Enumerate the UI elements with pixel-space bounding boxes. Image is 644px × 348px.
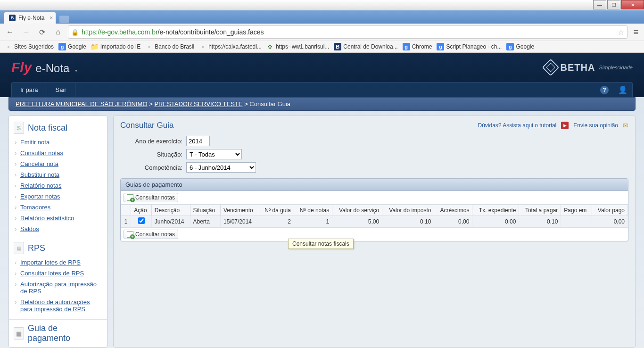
sidebar-link[interactable]: Cancelar nota [20, 160, 58, 167]
help-icon[interactable]: ? [595, 83, 613, 97]
rps-icon: ▤ [14, 242, 24, 254]
table-header: Tx. expediente [472, 205, 519, 216]
bookmark-item[interactable]: BCentral de Downloa... [334, 43, 397, 50]
guia-icon: ▦ [14, 327, 24, 340]
sidebar-link[interactable]: Importar lotes de RPS [20, 259, 81, 266]
brand-enota: e-Nota [35, 62, 69, 75]
menu-sair[interactable]: Sair [47, 83, 75, 97]
consultar-notas-icon [127, 194, 133, 201]
bookmark-item[interactable]: ▫Sites Sugeridos [5, 43, 54, 50]
send-opinion-link[interactable]: Envie sua opinião [573, 122, 618, 129]
breadcrumb: PREFEITURA MUNICIPAL DE SÃO JERÔNIMO > P… [8, 97, 636, 111]
tab-strip: B Fly e-Nota × [0, 10, 644, 24]
sidebar-link[interactable]: Relatório notas [20, 182, 61, 189]
home-button[interactable]: ⌂ [52, 26, 64, 38]
chrome-menu-icon[interactable]: ≡ [631, 27, 640, 37]
select-situacao[interactable]: T - Todas [186, 149, 242, 159]
tab-favicon: B [9, 15, 16, 21]
breadcrumb-link-prestador[interactable]: PRESTADOR SERVICO TESTE [154, 100, 242, 108]
sidebar-link[interactable]: Substituir nota [20, 171, 59, 178]
sidebar-item-rps[interactable]: Consultar lotes de RPS [9, 268, 107, 279]
brand-caret-icon[interactable]: ▾ [75, 68, 77, 73]
consultar-notas-button-top[interactable]: Consultar notas [124, 193, 178, 202]
cell-valor-servico: 5,00 [332, 216, 382, 227]
new-tab-button[interactable] [59, 15, 69, 24]
sidebar-item-nota-fiscal[interactable]: Emitir nota [9, 137, 107, 148]
bookmark-item[interactable]: gGoogle [506, 43, 534, 50]
table-row[interactable]: 1 Junho/2014 Aberta 15/07/2014 2 1 5,00 … [121, 216, 628, 227]
input-ano-exercicio[interactable] [186, 136, 210, 146]
bookmark-item[interactable]: ▫https://caixa.fastedi... [199, 43, 262, 50]
address-bar[interactable]: 🔒 https://e-gov.betha.com.br/e-nota/cont… [68, 25, 627, 39]
help-tutorial-link[interactable]: Dúvidas? Assista aqui o tutorial [478, 122, 557, 129]
tab-close-icon[interactable]: × [50, 15, 53, 21]
browser-chrome: B Fly e-Nota × ← → ⟳ ⌂ 🔒 https://e-gov.b… [0, 10, 644, 53]
tooltip-consultar-notas: Consultar notas fiscais [288, 239, 354, 249]
sidebar-link[interactable]: Saldos [20, 225, 39, 232]
window-maximize-button[interactable]: ❐ [607, 0, 620, 9]
sidebar-item-nota-fiscal[interactable]: Exportar notas [9, 191, 107, 202]
sidebar-item-rps[interactable]: Importar lotes de RPS [9, 257, 107, 268]
sidebar-item-nota-fiscal[interactable]: Saldos [9, 224, 107, 234]
table-header [121, 205, 131, 216]
sidebar-link[interactable]: Consultar lotes de RPS [20, 270, 84, 277]
label-competencia: Competência: [120, 164, 186, 171]
sidebar-item-rps[interactable]: Autorização para impressão de RPS [9, 279, 107, 297]
menu-ir-para[interactable]: Ir para [12, 83, 47, 97]
sidebar-link[interactable]: Emitir nota [20, 139, 50, 146]
sidebar-link[interactable]: Exportar notas [20, 193, 60, 200]
back-button[interactable]: ← [4, 26, 16, 38]
table-header: Pago em [561, 205, 592, 216]
bookmark-item[interactable]: ▫Banco do Brasil [145, 43, 194, 50]
mail-icon[interactable]: ✉ [623, 122, 628, 129]
bookmark-star-icon[interactable]: ☆ [618, 28, 624, 37]
user-icon[interactable]: 👤 [613, 83, 632, 97]
sidebar-item-rps[interactable]: Relatório de autorizações para impressão… [9, 297, 107, 315]
window-close-button[interactable]: ✕ [621, 0, 644, 9]
sidebar-item-nota-fiscal[interactable]: Consultar notas [9, 148, 107, 158]
sidebar-item-nota-fiscal[interactable]: Substituir nota [9, 169, 107, 180]
tab-title: Fly e-Nota [18, 15, 44, 21]
top-menu: Ir para Sair ? 👤 [11, 82, 633, 97]
bookmark-item[interactable]: 📁Importado do IE [91, 43, 140, 50]
sidebar-item-nota-fiscal[interactable]: Relatório notas [9, 180, 107, 191]
brand: Fly e-Nota ▾ [11, 59, 77, 75]
bookmark-item[interactable]: gGoogle [58, 43, 86, 50]
sidebar-item-nota-fiscal[interactable]: Tomadores [9, 202, 107, 213]
content: PREFEITURA MUNICIPAL DE SÃO JERÔNIMO > P… [0, 97, 644, 348]
table-header: Situação [190, 205, 220, 216]
bookmark-item[interactable]: gScript Planageo - ch... [437, 43, 502, 50]
window-minimize-button[interactable]: — [593, 0, 606, 9]
reload-button[interactable]: ⟳ [36, 26, 48, 38]
table-header: Descrição [151, 205, 190, 216]
breadcrumb-link-prefeitura[interactable]: PREFEITURA MUNICIPAL DE SÃO JERÔNIMO [16, 100, 148, 108]
sidebar-link[interactable]: Consultar notas [20, 149, 63, 157]
sidebar-link[interactable]: Autorização para impressão de RPS [20, 281, 97, 295]
browser-tab[interactable]: B Fly e-Nota × [4, 12, 56, 24]
sidebar-item-nota-fiscal[interactable]: Cancelar nota [9, 158, 107, 169]
breadcrumb-current: Consultar Guia [249, 100, 290, 108]
sidebar-link[interactable]: Relatório de autorizações para impressão… [20, 298, 90, 313]
betha-logo-icon [542, 59, 559, 76]
bookmark-item[interactable]: ✿https--ww1.banrisul... [266, 43, 329, 50]
sidebar-link[interactable]: Tomadores [20, 204, 50, 211]
select-competencia[interactable]: 6 - Junho/2014 [186, 162, 256, 173]
nota-fiscal-icon: $ [14, 122, 24, 134]
guias-table: AçãoDescriçãoSituaçãoVencimentoNº da gui… [121, 205, 628, 227]
table-header: Vencimento [220, 205, 259, 216]
forward-button[interactable]: → [20, 26, 32, 38]
play-icon[interactable]: ▶ [561, 122, 569, 129]
cell-vencimento: 15/07/2014 [220, 216, 259, 227]
table-header: Total a pagar [519, 205, 561, 216]
app-header: Fly e-Nota ▾ BETHA Simplescidade Ir para… [0, 53, 644, 97]
sidebar-item-nota-fiscal[interactable]: Relatório estatístico [9, 213, 107, 224]
table-header: Nº de notas [294, 205, 332, 216]
lock-icon: 🔒 [71, 29, 79, 36]
bookmark-item[interactable]: gChrome [403, 43, 432, 50]
cell-valor-imposto: 0,10 [382, 216, 434, 227]
cell-num-guia: 2 [259, 216, 294, 227]
sidebar-link[interactable]: Relatório estatístico [20, 215, 74, 222]
row-checkbox[interactable] [138, 217, 145, 224]
consultar-notas-button-bottom[interactable]: Consultar notas [124, 230, 178, 239]
label-ano: Ano de exercício: [120, 138, 186, 145]
